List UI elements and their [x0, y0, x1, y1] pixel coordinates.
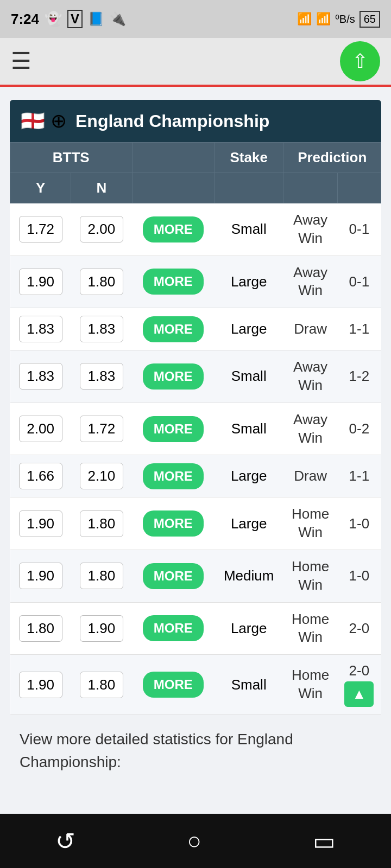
prediction-cell: AwayWin	[283, 256, 337, 308]
more-button[interactable]: MORE	[143, 563, 204, 589]
snapchat-icon: 👻	[45, 11, 62, 28]
n-odds: 2.00	[71, 203, 132, 256]
more-cell[interactable]: MORE	[132, 455, 214, 497]
stake-cell: Small	[214, 203, 283, 256]
more-cell[interactable]: MORE	[132, 655, 214, 715]
score-value: 2-0	[349, 662, 370, 679]
more-button[interactable]: MORE	[143, 615, 204, 641]
more-button[interactable]: MORE	[143, 416, 204, 442]
more-button[interactable]: MORE	[143, 269, 204, 295]
table-row: 1.66 2.10 MORE Large Draw 1-1	[10, 455, 381, 497]
stake-cell: Small	[214, 403, 283, 455]
btts-label: BTTS	[10, 143, 133, 173]
table-row: 1.90 1.80 MORE Large HomeWin 1-0	[10, 497, 381, 550]
header-bar: ☰ ⇧	[0, 38, 391, 87]
stake-cell: Large	[214, 497, 283, 550]
more-cell[interactable]: MORE	[132, 203, 214, 256]
share-icon: ⇧	[352, 50, 368, 73]
nav-bar: ↺ ○ ▭	[0, 814, 391, 868]
prediction-header: Prediction	[283, 143, 381, 173]
y-odds: 2.00	[10, 403, 71, 455]
more-button[interactable]: MORE	[143, 463, 204, 489]
status-right-area: 📶 📶 ⁰B/s 65	[297, 11, 380, 28]
more-cell[interactable]: MORE	[132, 602, 214, 655]
stake-cell: Large	[214, 455, 283, 497]
score-cell: 0-1	[337, 203, 381, 256]
y-odds: 1.90	[10, 655, 71, 715]
y-odds: 1.66	[10, 455, 71, 497]
prediction-cell: HomeWin	[283, 602, 337, 655]
y-odds: 1.90	[10, 550, 71, 602]
n-odds: 1.80	[71, 655, 132, 715]
nav-back-icon[interactable]: ↺	[55, 827, 75, 855]
n-odds: 1.80	[71, 550, 132, 602]
data-speed: ⁰B/s	[335, 12, 355, 25]
score-cell: 1-2	[337, 350, 381, 403]
more-cell[interactable]: MORE	[132, 550, 214, 602]
stake-cell: Large	[214, 602, 283, 655]
table-row: 1.90 1.80 MORE Small HomeWin 2-0 ▲	[10, 655, 381, 715]
table-subheader: BTTS Stake Prediction	[10, 143, 381, 173]
n-odds: 1.90	[71, 602, 132, 655]
signal-icon: 📶	[297, 12, 312, 26]
status-time-area: 7:24 👻 V 📘 🔌	[11, 10, 126, 28]
more-cell[interactable]: MORE	[132, 308, 214, 350]
n-odds: 1.80	[71, 256, 132, 308]
prediction-cell: Draw	[283, 308, 337, 350]
prediction-cell: Draw	[283, 455, 337, 497]
score-cell: 1-1	[337, 308, 381, 350]
table-row: 1.80 1.90 MORE Large HomeWin 2-0	[10, 602, 381, 655]
more-cell[interactable]: MORE	[132, 497, 214, 550]
more-button[interactable]: MORE	[143, 363, 204, 390]
more-cell[interactable]: MORE	[132, 350, 214, 403]
score-cell: 1-0	[337, 550, 381, 602]
y-odds: 1.80	[10, 602, 71, 655]
col-n: N	[71, 173, 132, 203]
more-button[interactable]: MORE	[143, 216, 204, 242]
n-odds: 1.72	[71, 403, 132, 455]
share-button[interactable]: ⇧	[340, 41, 380, 81]
table-col-labels: Y N	[10, 173, 381, 203]
table-row: 1.83 1.83 MORE Large Draw 1-1	[10, 308, 381, 350]
facebook-icon: 📘	[88, 11, 104, 27]
more-cell[interactable]: MORE	[132, 256, 214, 308]
score-cell: 0-2	[337, 403, 381, 455]
stake-cell: Small	[214, 350, 283, 403]
stake-header: Stake	[214, 143, 283, 173]
score-cell: 1-0	[337, 497, 381, 550]
y-odds: 1.72	[10, 203, 71, 256]
table-row: 1.72 2.00 MORE Small AwayWin 0-1	[10, 203, 381, 256]
more-cell[interactable]: MORE	[132, 403, 214, 455]
table-row: 1.90 1.80 MORE Large AwayWin 0-1	[10, 256, 381, 308]
stake-cell: Large	[214, 308, 283, 350]
n-odds: 1.83	[71, 350, 132, 403]
wifi-icon: 📶	[316, 12, 331, 26]
nav-recent-icon[interactable]: ▭	[313, 827, 336, 855]
scroll-to-top-button[interactable]: ▲	[344, 681, 374, 707]
score-cell: 2-0 ▲	[337, 655, 381, 715]
more-button[interactable]: MORE	[143, 316, 204, 342]
more-button[interactable]: MORE	[143, 510, 204, 537]
prediction-cell: AwayWin	[283, 403, 337, 455]
y-odds: 1.83	[10, 308, 71, 350]
league-header: 🏴󠁧󠁢󠁥󠁮󠁧󠁿 ⊕ England Championship	[10, 100, 381, 142]
usb-icon: 🔌	[110, 11, 126, 27]
v-icon: V	[67, 10, 83, 28]
table-row: 1.83 1.83 MORE Small AwayWin 1-2	[10, 350, 381, 403]
btts-table: BTTS Stake Prediction Y N 1.72 2.00 MORE…	[10, 142, 381, 715]
table-row: 1.90 1.80 MORE Medium HomeWin 1-0	[10, 550, 381, 602]
stake-cell: Small	[214, 655, 283, 715]
table-row: 2.00 1.72 MORE Small AwayWin 0-2	[10, 403, 381, 455]
prediction-cell: AwayWin	[283, 203, 337, 256]
prediction-cell: HomeWin	[283, 550, 337, 602]
prediction-cell: HomeWin	[283, 655, 337, 715]
n-odds: 1.80	[71, 497, 132, 550]
y-odds: 1.83	[10, 350, 71, 403]
league-title: England Championship	[75, 111, 269, 131]
hamburger-menu[interactable]: ☰	[11, 50, 31, 73]
nav-home-icon[interactable]: ○	[187, 827, 201, 854]
footer-text: View more detailed statistics for Englan…	[10, 715, 381, 787]
main-content: 🏴󠁧󠁢󠁥󠁮󠁧󠁿 ⊕ England Championship BTTS Stak…	[0, 87, 391, 800]
score-cell: 2-0	[337, 602, 381, 655]
more-button[interactable]: MORE	[143, 672, 204, 698]
